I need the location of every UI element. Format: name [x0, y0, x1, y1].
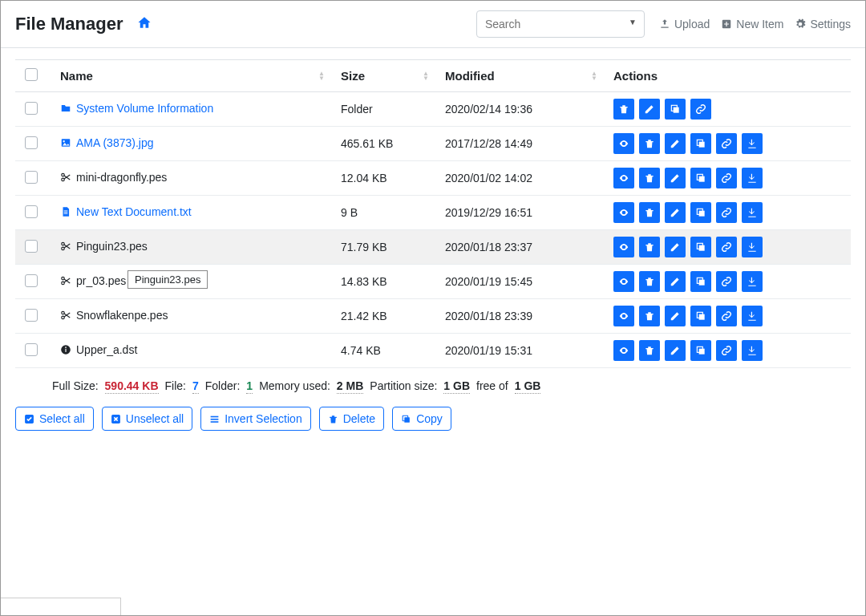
file-modified: 2020/01/18 23:39 [435, 299, 604, 334]
sort-icon: ▲▼ [591, 71, 597, 81]
new-item-button[interactable]: New Item [721, 18, 783, 30]
link-action[interactable] [716, 133, 737, 154]
download-action[interactable] [742, 168, 763, 188]
download-action[interactable] [742, 271, 763, 292]
delete-action[interactable] [639, 237, 660, 257]
preview-action[interactable] [613, 237, 634, 257]
preview-action[interactable] [613, 168, 634, 188]
table-row[interactable]: mini-dragonfly.pes12.04 KB2020/01/02 14:… [15, 161, 851, 196]
preview-action[interactable] [613, 271, 634, 292]
download-action[interactable] [742, 237, 763, 257]
row-checkbox[interactable] [25, 205, 38, 218]
rename-action[interactable] [639, 99, 660, 120]
link-action[interactable] [716, 168, 737, 188]
link-action[interactable] [716, 271, 737, 292]
scissor-icon [60, 241, 71, 252]
row-checkbox[interactable] [25, 309, 38, 322]
rename-action[interactable] [665, 340, 686, 361]
copy-button[interactable]: Copy [392, 407, 451, 431]
preview-action[interactable] [613, 340, 634, 361]
svg-rect-26 [65, 349, 66, 352]
invert-selection-button[interactable]: Invert Selection [200, 407, 311, 431]
link-action[interactable] [716, 306, 737, 326]
image-icon [60, 137, 71, 148]
upload-label: Upload [674, 18, 710, 30]
copy-action[interactable] [690, 202, 711, 223]
rename-action[interactable] [665, 168, 686, 188]
svg-rect-35 [404, 417, 410, 423]
file-name[interactable]: Pinguin23.pes [60, 240, 148, 253]
download-action[interactable] [742, 306, 763, 326]
copy-action[interactable] [690, 237, 711, 257]
svg-rect-5 [699, 142, 705, 148]
file-name[interactable]: mini-dragonfly.pes [60, 171, 167, 184]
svg-rect-34 [211, 421, 219, 423]
link-action[interactable] [690, 99, 711, 120]
svg-point-4 [63, 140, 65, 142]
select-all-checkbox[interactable] [25, 68, 38, 81]
settings-button[interactable]: Settings [795, 18, 851, 30]
svg-point-27 [65, 346, 67, 348]
upload-button[interactable]: Upload [659, 18, 710, 30]
rename-action[interactable] [665, 202, 686, 223]
copy-action[interactable] [690, 271, 711, 292]
file-name[interactable]: New Text Document.txt [60, 205, 192, 218]
copy-action[interactable] [690, 306, 711, 326]
file-name[interactable]: AMA (3873).jpg [60, 136, 154, 149]
link-action[interactable] [716, 340, 737, 361]
delete-action[interactable] [639, 133, 660, 154]
table-row[interactable]: pr_03.pesPinguin23.pes14.83 KB2020/01/19… [15, 265, 851, 299]
table-row[interactable]: Upper_a.dst4.74 KB2020/01/19 15:31 [15, 334, 851, 368]
preview-action[interactable] [613, 202, 634, 223]
select-all-button[interactable]: Select all [15, 407, 94, 431]
preview-action[interactable] [613, 306, 634, 326]
copy-action[interactable] [665, 99, 686, 120]
row-checkbox[interactable] [25, 240, 38, 253]
table-row[interactable]: System Volume InformationFolder2020/02/1… [15, 92, 851, 127]
rename-action[interactable] [665, 271, 686, 292]
preview-action[interactable] [613, 133, 634, 154]
copy-action[interactable] [690, 133, 711, 154]
download-action[interactable] [742, 340, 763, 361]
copy-action[interactable] [690, 340, 711, 361]
delete-action[interactable] [613, 99, 634, 120]
file-name[interactable]: pr_03.pesPinguin23.pes [60, 274, 126, 287]
delete-action[interactable] [639, 340, 660, 361]
home-icon[interactable] [137, 15, 152, 34]
file-name[interactable]: Upper_a.dst [60, 343, 137, 356]
row-checkbox[interactable] [25, 136, 38, 149]
column-name[interactable]: Name▲▼ [51, 60, 331, 92]
delete-action[interactable] [639, 202, 660, 223]
rename-action[interactable] [665, 306, 686, 326]
row-checkbox[interactable] [25, 343, 38, 356]
column-modified[interactable]: Modified▲▼ [435, 60, 604, 92]
search-input[interactable] [476, 10, 645, 38]
download-action[interactable] [742, 202, 763, 223]
unselect-all-button[interactable]: Unselect all [102, 407, 192, 431]
column-size[interactable]: Size▲▼ [331, 60, 435, 92]
delete-action[interactable] [639, 306, 660, 326]
file-modified: 2020/02/14 19:36 [435, 92, 604, 127]
file-size: 4.74 KB [331, 334, 435, 368]
settings-label: Settings [810, 18, 851, 30]
rename-action[interactable] [665, 133, 686, 154]
delete-button[interactable]: Delete [319, 407, 384, 431]
delete-action[interactable] [639, 168, 660, 188]
link-action[interactable] [716, 202, 737, 223]
download-action[interactable] [742, 133, 763, 154]
rename-action[interactable] [665, 237, 686, 257]
table-row[interactable]: Pinguin23.pes71.79 KB2020/01/18 23:37 [15, 230, 851, 265]
row-checkbox[interactable] [25, 102, 38, 115]
sort-icon: ▲▼ [423, 71, 429, 81]
link-action[interactable] [716, 237, 737, 257]
table-row[interactable]: Snowflakenpe.pes21.42 KB2020/01/18 23:39 [15, 299, 851, 334]
file-table: Name▲▼ Size▲▼ Modified▲▼ Actions System … [15, 59, 851, 368]
table-row[interactable]: New Text Document.txt9 B2019/12/29 16:51 [15, 196, 851, 230]
file-name[interactable]: System Volume Information [60, 102, 213, 115]
copy-action[interactable] [690, 168, 711, 188]
row-checkbox[interactable] [25, 274, 38, 287]
row-checkbox[interactable] [25, 171, 38, 184]
file-name[interactable]: Snowflakenpe.pes [60, 309, 168, 322]
table-row[interactable]: AMA (3873).jpg465.61 KB2017/12/28 14:49 [15, 127, 851, 161]
delete-action[interactable] [639, 271, 660, 292]
